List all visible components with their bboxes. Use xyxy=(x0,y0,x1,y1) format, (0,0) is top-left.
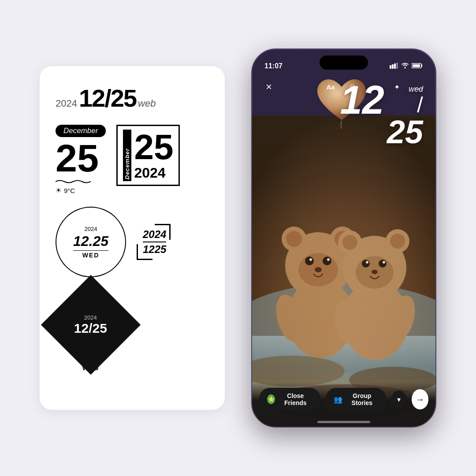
bracket-bottom-left xyxy=(137,244,152,260)
top-text-widget: 2024 12/25 web xyxy=(56,84,156,112)
widget-e-wrapper: 2024 12/25 WED xyxy=(56,290,126,372)
bracket-top-right xyxy=(155,224,171,240)
widget-c-year: 2024 xyxy=(85,226,97,232)
phone-bottom-bar: ⭐ Close Friends 👥 Group Stories ▾ → xyxy=(252,383,435,427)
widget-b-month: December xyxy=(123,130,131,181)
text-icon: Aa xyxy=(326,83,335,91)
more-icon: … xyxy=(415,82,423,92)
star-icon: ⭐ xyxy=(267,394,275,404)
temperature: 9°C xyxy=(64,187,75,194)
status-time: 11:07 xyxy=(264,62,283,70)
emoji-tool-button[interactable]: ☺ xyxy=(345,79,361,95)
battery-icon xyxy=(412,63,423,70)
widget-c-date: 12.25 xyxy=(73,233,108,251)
svg-rect-37 xyxy=(392,64,394,69)
widget-b-day: 25 xyxy=(134,130,173,165)
widget-a-month: December xyxy=(56,125,106,137)
widget-d: 2024 1225 xyxy=(137,224,171,260)
emoji-icon: ☺ xyxy=(348,82,357,92)
more-tool-button[interactable]: … xyxy=(411,79,427,95)
music-icon: ♪ xyxy=(373,82,377,92)
wavy-divider xyxy=(56,179,91,184)
main-container: 2024 12/25 web December 25 ☀ 9°C Decembe… xyxy=(0,0,476,476)
people-icon: 👥 xyxy=(334,395,342,404)
svg-rect-36 xyxy=(390,65,391,69)
widget-panel: 2024 12/25 web December 25 ☀ 9°C Decembe… xyxy=(40,66,225,410)
overlay-number-25: 25 xyxy=(387,116,423,149)
top-year: 2024 xyxy=(56,98,77,109)
svg-rect-38 xyxy=(394,63,396,69)
group-stories-label: Group Stories xyxy=(346,392,379,406)
widget-e-year: 2024 xyxy=(85,314,97,320)
widget-e-diamond: 2024 12/25 xyxy=(41,275,141,375)
top-date: 12/25 xyxy=(79,84,136,112)
top-label: web xyxy=(138,98,156,109)
music-tool-button[interactable]: ♪ xyxy=(367,79,383,95)
arrow-right-icon: → xyxy=(416,394,424,405)
svg-point-40 xyxy=(405,67,406,69)
wifi-icon xyxy=(401,63,409,70)
widget-c: 2024 12.25 WED xyxy=(56,207,126,277)
close-icon: × xyxy=(266,81,272,93)
status-bar: 11:07 xyxy=(252,49,435,74)
text-tool-button[interactable]: Aa xyxy=(323,79,338,95)
status-icons xyxy=(390,63,423,70)
send-button[interactable]: → xyxy=(412,389,428,409)
widget-a-day: 25 xyxy=(56,139,99,178)
effects-icon: ✦ xyxy=(394,83,400,91)
signal-icon xyxy=(390,63,398,70)
home-indicator xyxy=(317,421,370,423)
widget-row-1: December 25 ☀ 9°C December 25 2024 xyxy=(56,125,209,194)
widget-b: December 25 2024 xyxy=(116,125,180,186)
svg-rect-42 xyxy=(413,64,420,67)
weather-display: ☀ 9°C xyxy=(56,186,75,194)
widget-a: December 25 ☀ 9°C xyxy=(56,125,106,194)
widget-b-year: 2024 xyxy=(134,165,165,181)
sun-icon: ☀ xyxy=(56,186,61,194)
phone-frame: 11:07 × xyxy=(251,48,436,428)
toolbar-right: Aa ☺ ♪ ✦ … xyxy=(323,79,427,95)
svg-rect-35 xyxy=(252,115,436,428)
group-stories-button[interactable]: 👥 Group Stories xyxy=(326,388,387,411)
phone-toolbar: × Aa ☺ ♪ ✦ … xyxy=(252,74,435,100)
close-friends-label: Close Friends xyxy=(279,392,312,406)
widget-d-divider xyxy=(143,242,166,242)
phone-background xyxy=(252,115,435,427)
teddy-scene xyxy=(252,115,436,428)
effects-tool-button[interactable]: ✦ xyxy=(389,79,405,95)
close-friends-button[interactable]: ⭐ Close Friends xyxy=(259,388,320,411)
svg-rect-39 xyxy=(396,63,398,69)
phone-wrapper: 11:07 × xyxy=(251,48,436,428)
widget-c-day: WED xyxy=(82,252,100,259)
chevron-down-icon: ▾ xyxy=(397,395,401,404)
widget-row-2: 2024 12.25 WED 2024 1225 xyxy=(56,207,209,277)
chevron-down-button[interactable]: ▾ xyxy=(391,390,406,408)
close-button[interactable]: × xyxy=(261,79,277,95)
widget-e-date: 12/25 xyxy=(74,320,107,335)
